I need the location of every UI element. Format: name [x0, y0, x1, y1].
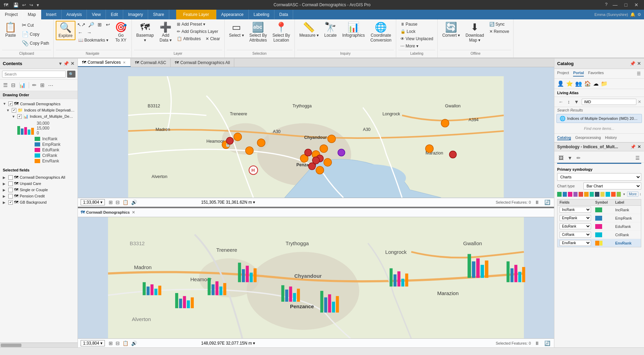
- lock-button[interactable]: 🔒 Lock: [398, 28, 435, 35]
- layer-pension-credit[interactable]: ▶ 🗺 Pension Credit: [0, 193, 78, 199]
- layer-single-or-couple[interactable]: ▶ 🗺 Single or Couple: [0, 187, 78, 193]
- horizontal-scrollbar[interactable]: [0, 343, 78, 347]
- symbol-box-edurank[interactable]: [595, 224, 602, 229]
- field-select-crirank[interactable]: CriRank: [560, 232, 591, 238]
- chart-type-select[interactable]: Bar Chart: [583, 183, 641, 189]
- coords-dropdown-icon[interactable]: ▾: [253, 200, 255, 205]
- catalog-clear-icon[interactable]: ✕: [638, 99, 641, 104]
- more-button[interactable]: More: [627, 192, 638, 197]
- sync-button[interactable]: 🔃 Sync: [487, 21, 511, 28]
- symbology-type-select[interactable]: Charts: [557, 173, 641, 181]
- back-button[interactable]: ←: [557, 98, 565, 105]
- paste-button[interactable]: 📋 Paste: [2, 21, 19, 39]
- select-button[interactable]: ▭ Select ▾: [227, 21, 246, 39]
- maximize-button[interactable]: □: [622, 1, 630, 8]
- scale-selector[interactable]: 1:33,804 ▾: [81, 199, 105, 205]
- tab-labeling[interactable]: Labeling: [249, 10, 274, 19]
- layer-checkbox[interactable]: [8, 181, 13, 186]
- layer-checkbox[interactable]: [8, 175, 13, 180]
- expand-icon[interactable]: ▶: [3, 194, 7, 198]
- layer-cornwall-demographics[interactable]: ▼ ✔ 🗺 Cornwall Demographics: [0, 100, 78, 107]
- select-button-nav[interactable]: ↩: [104, 21, 112, 28]
- layer-unpaid-care[interactable]: ▶ 🗺 Unpaid Care: [0, 180, 78, 187]
- copy-button[interactable]: 📄 Copy: [20, 30, 51, 38]
- expand-icon[interactable]: ▼: [6, 108, 10, 112]
- cut-button[interactable]: ✂ Cut: [20, 21, 51, 29]
- catalog-icon-star[interactable]: ⭐: [566, 80, 573, 87]
- tab-map[interactable]: Map: [23, 10, 41, 19]
- map-audio-icon[interactable]: 🔊: [130, 199, 138, 205]
- field-select-emprank[interactable]: EmpRank: [560, 215, 591, 221]
- tab-insert[interactable]: Insert: [41, 10, 62, 19]
- tab-project[interactable]: Project: [0, 10, 23, 19]
- tab-data[interactable]: Data: [274, 10, 293, 19]
- zoom-button[interactable]: 🔎: [87, 21, 95, 28]
- map-grid-icon[interactable]: ⊟: [115, 199, 121, 205]
- field-select-edurank[interactable]: EduRank: [560, 223, 591, 229]
- close-catalog-icon[interactable]: ✕: [637, 61, 641, 66]
- coordinate-conversion-button[interactable]: 🌐 Coordinate Conversion: [368, 21, 394, 44]
- tab-close-icon[interactable]: ✕: [122, 61, 126, 64]
- map-table-icon-b[interactable]: 📋: [121, 340, 129, 346]
- help-icon[interactable]: ?: [604, 1, 608, 8]
- add-graphics-layer-button[interactable]: ✏ Add Graphics Layer: [175, 28, 222, 35]
- catalog-icon-home[interactable]: 🏠: [584, 80, 591, 87]
- expand-icon[interactable]: ▶: [3, 188, 7, 192]
- measure-button[interactable]: 📏 Measure ▾: [297, 21, 321, 39]
- pin-symb-icon[interactable]: 📌: [630, 144, 636, 150]
- chart-view-icon[interactable]: 📊: [18, 81, 27, 89]
- pause-button[interactable]: ⏸ Pause: [398, 21, 435, 28]
- catalog-icon-folder[interactable]: 📁: [601, 80, 608, 87]
- catalog-icon-users[interactable]: 👤: [557, 80, 564, 87]
- layer-cornwall-demographics-all[interactable]: ▶ 🗺 Cornwall Demographics All: [0, 174, 78, 180]
- palette-arrange-icon[interactable]: ↕: [640, 192, 641, 196]
- tab-cornwall-services[interactable]: 🗺 Cornwall Services ✕: [78, 59, 131, 67]
- add-data-button[interactable]: ➕ Add Data ▾: [157, 21, 174, 44]
- layer-checkbox[interactable]: [8, 188, 13, 192]
- list-view-icon[interactable]: ☰: [2, 81, 9, 89]
- layer-checkbox[interactable]: ✔: [8, 101, 13, 106]
- tab-analysis[interactable]: Analysis: [62, 10, 87, 19]
- footer-tab-catalog[interactable]: Catalog: [557, 135, 571, 140]
- bottom-map-canvas[interactable]: Madron Treneere Trythogga Heamoor Chyand…: [78, 217, 554, 339]
- map-size-icon[interactable]: ⊞: [108, 199, 114, 205]
- layer-checkbox[interactable]: [8, 194, 13, 198]
- explore-button[interactable]: 🔍 Explore: [56, 21, 75, 40]
- symb-gallery-icon[interactable]: 🖼: [557, 155, 565, 161]
- layer-checkbox[interactable]: ✔: [17, 114, 22, 119]
- table-view-icon[interactable]: ⊟: [10, 81, 17, 89]
- expand-icon[interactable]: ▶: [3, 176, 7, 179]
- goto-xy-button[interactable]: 🎯 Go To XY: [112, 21, 129, 44]
- view-unplaced-button[interactable]: 👁 View Unplaced: [398, 35, 435, 42]
- locate-button[interactable]: 🔭 Locate: [322, 21, 339, 39]
- catalog-search-input[interactable]: [582, 99, 636, 105]
- tab-cornwall-demographics-all[interactable]: 🗺 Cornwall Demographics All: [171, 59, 234, 67]
- scrollbar-thumb[interactable]: [1, 344, 21, 347]
- tab-view[interactable]: View: [87, 10, 106, 19]
- minimize-button[interactable]: —: [610, 1, 620, 8]
- refresh-map-icon-b[interactable]: 🔄: [543, 340, 551, 346]
- symbol-box-crirank[interactable]: [595, 232, 602, 237]
- close-bottom-map-icon[interactable]: ✕: [132, 210, 135, 215]
- pan-button[interactable]: ↖↗: [76, 21, 87, 28]
- coords-dropdown-icon-b[interactable]: ▾: [253, 341, 255, 346]
- tab-edit[interactable]: Edit: [106, 10, 123, 19]
- redo-icon[interactable]: ↪: [28, 2, 34, 8]
- filter-icon[interactable]: ▼: [573, 98, 580, 105]
- tab-feature-layer[interactable]: Feature Layer: [176, 10, 216, 19]
- close-symb-icon[interactable]: ✕: [637, 144, 641, 150]
- symb-edit-icon[interactable]: ✏: [575, 155, 582, 161]
- select-by-attributes-button[interactable]: 🔤 Select By Attributes: [247, 21, 270, 44]
- footer-tab-geoprocessing[interactable]: Geoprocessing: [575, 135, 601, 140]
- layer-imd[interactable]: ▼ ✔ 📁 Indices of Multiple Deprivation (I…: [0, 107, 78, 113]
- symbol-box-emprank[interactable]: [595, 216, 602, 221]
- undo-icon[interactable]: ↩: [21, 2, 27, 8]
- map-table-icon[interactable]: 📋: [121, 199, 129, 205]
- layer-checkbox[interactable]: ✔: [8, 200, 13, 205]
- refresh-map-icon[interactable]: 🔄: [543, 199, 551, 205]
- tab-cornwall-asc[interactable]: 🗺 Cornwall ASC: [131, 59, 171, 67]
- add-preset-button[interactable]: ⊞ Add Preset ▾: [175, 21, 222, 28]
- remove-button[interactable]: ✕ Remove: [487, 28, 511, 35]
- basemap-button[interactable]: 🗺 Basemap ▾: [134, 21, 156, 44]
- save-icon[interactable]: 💾: [12, 2, 20, 8]
